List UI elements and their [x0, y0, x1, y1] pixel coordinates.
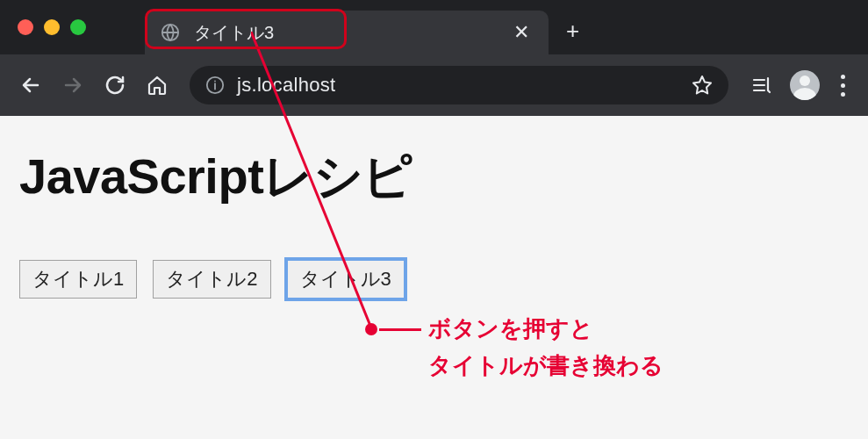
browser-toolbar: js.localhost	[0, 54, 868, 116]
window-controls	[18, 19, 86, 35]
title-button-2[interactable]: タイトル2	[153, 260, 270, 299]
title-button-1[interactable]: タイトル1	[19, 260, 137, 299]
profile-avatar[interactable]	[790, 70, 820, 100]
nav-reload-button[interactable]	[97, 67, 133, 104]
bookmark-star-icon[interactable]	[692, 75, 713, 96]
window-minimize-button[interactable]	[44, 19, 60, 35]
nav-forward-button[interactable]	[54, 67, 91, 104]
globe-icon	[161, 23, 180, 42]
browser-tab[interactable]: タイトル3 ✕	[145, 11, 549, 54]
new-tab-button[interactable]: +	[566, 19, 579, 42]
title-buttons-row: タイトル1 タイトル2 タイトル3	[19, 260, 849, 299]
page-heading: JavaScriptレシピ	[19, 144, 849, 211]
nav-back-button[interactable]	[12, 67, 49, 104]
window-close-button[interactable]	[18, 19, 33, 35]
title-button-3[interactable]: タイトル3	[287, 260, 405, 299]
reading-list-button[interactable]	[742, 67, 779, 104]
overflow-menu-button[interactable]	[830, 68, 856, 104]
address-bar[interactable]: js.localhost	[190, 66, 728, 104]
browser-titlebar: タイトル3 ✕ +	[0, 0, 868, 54]
window-maximize-button[interactable]	[70, 19, 86, 35]
url-text: js.localhost	[237, 74, 679, 97]
info-icon	[205, 76, 225, 95]
nav-home-button[interactable]	[139, 67, 176, 104]
tab-close-button[interactable]: ✕	[510, 19, 533, 46]
tab-title-text: タイトル3	[194, 21, 510, 45]
page-content: JavaScriptレシピ タイトル1 タイトル2 タイトル3	[0, 116, 868, 439]
